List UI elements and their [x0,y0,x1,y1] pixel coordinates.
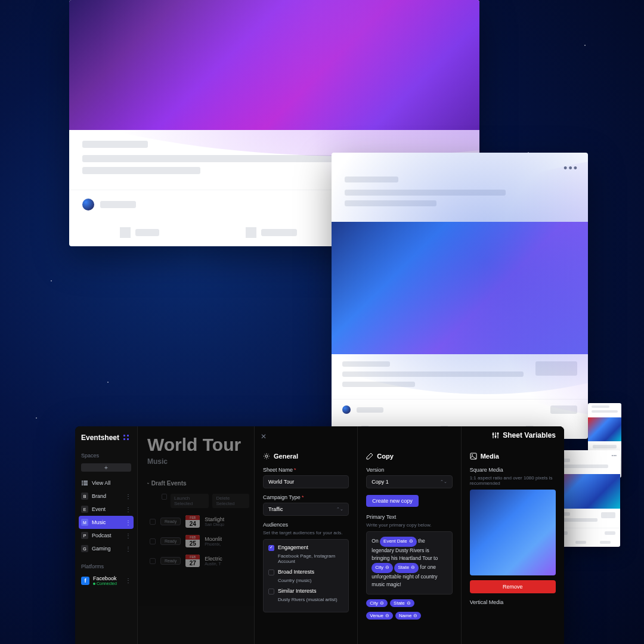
delete-selected-button[interactable]: Delete Selected [212,494,249,508]
square-media-hint: 1:1 aspect ratio and over 1080 pixels is… [470,475,556,486]
hero-image [69,0,479,130]
checkbox-icon[interactable] [268,545,274,551]
platform-name: Facebook [93,575,117,581]
footer-action [120,227,159,238]
var-chip-event-date[interactable]: Event Date [380,537,417,547]
event-checkbox[interactable] [150,538,156,544]
status-badge: Ready [160,518,181,525]
more-icon[interactable]: ⋮ [125,532,131,539]
variable-chips: City State [366,599,452,607]
date-badge: FEB27 [185,555,200,567]
space-icon: B [81,493,88,500]
add-space-button[interactable]: + [81,463,131,472]
var-chip-state[interactable]: State [390,599,414,607]
audience-engagement[interactable]: Engagement [268,544,343,551]
audiences-hint: Set the target audiences for your ads. [263,530,349,535]
sidebar-item-viewall[interactable]: View All [75,476,137,490]
sidebar-item-music[interactable]: MMusic⋮ [79,516,134,529]
sidebar-item-label: Podcast [92,532,112,538]
campaign-type-select[interactable]: Traffic [263,503,349,516]
sidebar-item-podcast[interactable]: PPodcast⋮ [75,529,137,542]
close-icon[interactable]: ✕ [261,432,267,441]
date-badge: FEB25 [185,535,200,547]
sidebar: Eventsheet Spaces + View All BBrand⋮ EEv… [75,426,138,644]
sidebar-item-brand[interactable]: BBrand⋮ [75,490,137,503]
primary-text-hint: Write your primary copy below. [366,522,452,528]
column-header-copy: Copy [366,453,452,460]
square-media-label: Square Media [470,467,556,473]
svg-point-7 [495,436,497,438]
preview-card-medium: ••• [332,153,588,439]
primary-text-label: Primary Text [366,514,452,520]
event-checkbox[interactable] [150,519,156,525]
more-icon[interactable]: ••• [612,453,617,458]
avatar [82,199,94,210]
square-media-preview[interactable] [470,490,556,575]
column-header-general: General [263,453,349,460]
platform-facebook[interactable]: f Facebook Connected ⋮ [75,572,137,589]
status-badge: Ready [160,557,181,565]
vertical-media-label: Vertical Media [470,599,556,605]
skeleton-name [100,201,136,208]
space-icon: E [81,506,88,513]
column-header-media: Media [470,453,556,460]
content-column: World Tour Music ›Draft Events Launch Se… [138,426,254,644]
gear-icon [263,453,270,460]
skeleton-name [357,407,383,413]
variable-chips: Venue Name [366,612,452,620]
event-checkbox[interactable] [150,558,156,564]
var-chip-city[interactable]: City [366,599,388,607]
footer-action [246,227,297,238]
var-chip-name[interactable]: Name [395,612,421,620]
audience-broad[interactable]: Broad Interests [268,569,343,575]
svg-rect-3 [83,482,88,484]
more-icon[interactable]: ⋮ [125,546,131,552]
audience-similar[interactable]: Similar Interests [268,588,343,595]
sidebar-item-gaming[interactable]: GGaming⋮ [75,542,137,555]
draft-events-header[interactable]: ›Draft Events [147,480,249,487]
facebook-icon: f [81,577,89,585]
checkbox-icon[interactable] [268,569,274,575]
svg-rect-1 [83,481,88,482]
svg-rect-4 [82,484,83,485]
event-location: Austin, T [205,562,222,566]
platform-status: Connected [93,581,117,586]
event-row[interactable]: Ready FEB24 StarlightSan Diego [147,515,249,528]
campaign-type-label: Campaign Type* [263,494,349,500]
more-icon[interactable]: ⋮ [125,493,131,500]
sheet-name-input[interactable]: World Tour [263,475,349,488]
version-select[interactable]: Copy 1 [366,475,452,488]
sliders-icon [492,432,499,439]
var-chip-venue[interactable]: Venue [366,612,393,620]
remove-media-button[interactable]: Remove [470,580,556,593]
audience-sub: Dusty Rivers (musical artist) [278,597,343,602]
pencil-icon [366,453,373,460]
sidebar-item-label: Event [92,506,106,512]
sidebar-item-event[interactable]: EEvent⋮ [75,503,137,516]
skeleton-title [82,141,148,148]
event-row[interactable]: Ready FEB27 ElectricAustin, T [147,555,249,567]
svg-rect-5 [83,484,88,485]
var-chip-city[interactable]: City [371,563,393,573]
event-location: Phoenix, [205,542,222,546]
launch-selected-button[interactable]: Launch Selected [171,494,209,508]
status-badge: Ready [160,537,181,545]
sidebar-item-label: Gaming [92,546,111,552]
main-area: World Tour Music ›Draft Events Launch Se… [138,426,564,644]
create-copy-button[interactable]: Create new copy [366,495,419,507]
checkbox-icon[interactable] [268,589,274,595]
select-all-checkbox[interactable] [162,494,167,500]
audience-sub: Country (music) [278,578,343,583]
page-subtitle: Music [147,457,249,466]
svg-point-8 [497,433,499,435]
event-row[interactable]: Ready FEB25 MoonlitPhoenix, [147,535,249,547]
more-icon[interactable]: ⋮ [125,519,131,526]
skeleton-line [82,167,200,174]
more-icon[interactable]: ⋮ [125,506,131,513]
hero-image [588,417,621,441]
primary-text-editor[interactable]: On Event Date the legendary Dusty Rivers… [366,531,452,595]
more-icon[interactable]: ⋮ [125,577,131,584]
var-chip-state[interactable]: State [394,563,419,573]
list-icon [81,479,88,487]
sheet-name-label: Sheet Name* [263,467,349,473]
